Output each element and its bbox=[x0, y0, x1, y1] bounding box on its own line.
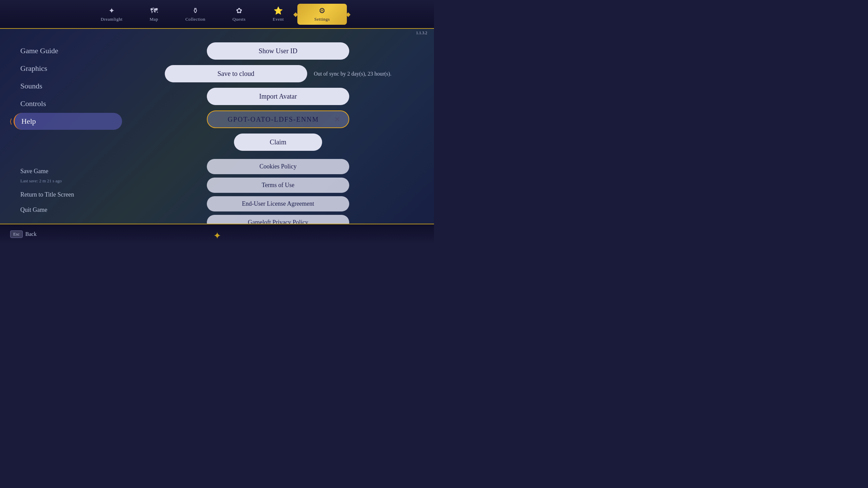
nav-map[interactable]: 🗺 Map bbox=[136, 4, 172, 25]
cookies-policy-button[interactable]: Cookies Policy bbox=[207, 159, 349, 174]
nav-quests[interactable]: ✿ Quests bbox=[219, 4, 259, 25]
claim-button[interactable]: Claim bbox=[234, 134, 322, 151]
back-button[interactable]: Esc Back bbox=[10, 230, 37, 238]
version-text: 1.1.3.2 bbox=[416, 30, 427, 36]
terms-of-use-button[interactable]: Terms of Use bbox=[207, 178, 349, 193]
nav-map-label: Map bbox=[150, 17, 158, 22]
event-icon: ⭐ bbox=[274, 6, 283, 15]
nav-collection-label: Collection bbox=[185, 17, 205, 22]
import-avatar-button[interactable]: Import Avatar bbox=[207, 88, 349, 105]
save-to-cloud-row: Save to cloud Out of sync by 2 day(s), 2… bbox=[165, 65, 392, 82]
sidebar-menu: Game Guide Graphics Sounds Controls Help bbox=[14, 42, 122, 130]
nav-settings[interactable]: ⚙ Settings bbox=[297, 4, 347, 25]
save-to-cloud-button[interactable]: Save to cloud bbox=[165, 65, 307, 82]
nav-event[interactable]: ⭐ Event bbox=[259, 4, 297, 25]
quit-game-button[interactable]: Quit Game bbox=[14, 203, 122, 217]
bottom-diamond-decoration: ✦ bbox=[213, 230, 221, 241]
last-save-text: Last save: 2 m 21 s ago bbox=[14, 178, 122, 186]
eula-button[interactable]: End-User License Agreement bbox=[207, 196, 349, 211]
back-label: Back bbox=[25, 231, 37, 237]
sidebar-bottom: Save Game Last save: 2 m 21 s ago Return… bbox=[14, 166, 122, 217]
sync-status-text: Out of sync by 2 day(s), 23 hour(s). bbox=[314, 71, 392, 77]
nav-collection[interactable]: ⚱ Collection bbox=[172, 4, 219, 25]
nav-dreamlight-label: Dreamlight bbox=[101, 17, 122, 22]
sidebar-item-game-guide[interactable]: Game Guide bbox=[14, 42, 122, 59]
nav-quests-label: Quests bbox=[233, 17, 245, 22]
save-game-button[interactable]: Save Game bbox=[14, 166, 122, 177]
show-user-id-button[interactable]: Show User ID bbox=[207, 42, 349, 60]
quests-icon: ✿ bbox=[236, 6, 242, 15]
links-section: Cookies Policy Terms of Use End-User Lic… bbox=[207, 159, 349, 230]
return-to-title-button[interactable]: Return to Title Screen bbox=[14, 188, 122, 202]
nav-event-label: Event bbox=[273, 17, 284, 22]
settings-icon: ⚙ bbox=[319, 6, 326, 15]
main-content: Show User ID Save to cloud Out of sync b… bbox=[122, 29, 434, 224]
dreamlight-icon: ✦ bbox=[108, 6, 115, 15]
code-input[interactable] bbox=[214, 116, 332, 123]
nav-dreamlight[interactable]: ✦ Dreamlight bbox=[87, 4, 136, 25]
code-clear-button[interactable]: ✕ bbox=[332, 115, 342, 124]
nav-settings-label: Settings bbox=[314, 17, 330, 22]
sidebar: Game Guide Graphics Sounds Controls Help… bbox=[0, 29, 122, 224]
collection-icon: ⚱ bbox=[192, 6, 199, 15]
esc-badge: Esc bbox=[10, 230, 23, 238]
sidebar-item-controls[interactable]: Controls bbox=[14, 95, 122, 112]
sidebar-item-graphics[interactable]: Graphics bbox=[14, 60, 122, 77]
bottom-bar: Esc Back ✦ bbox=[0, 224, 434, 244]
map-icon: 🗺 bbox=[150, 6, 158, 15]
code-input-row: ✕ bbox=[207, 110, 349, 128]
sidebar-item-help[interactable]: Help bbox=[14, 113, 122, 130]
top-navigation: ✦ Dreamlight 🗺 Map ⚱ Collection ✿ Quests… bbox=[0, 0, 434, 29]
sidebar-item-sounds[interactable]: Sounds bbox=[14, 78, 122, 95]
